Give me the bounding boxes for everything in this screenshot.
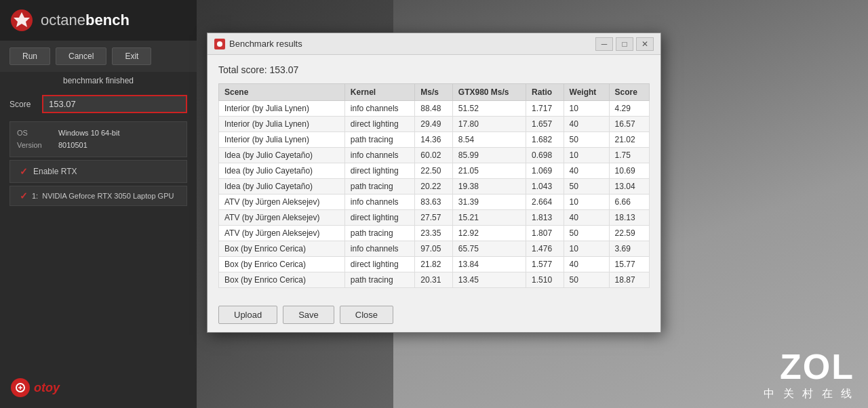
cell-r11-c4: 1.510: [526, 272, 564, 288]
logo-bench: bench: [85, 12, 130, 28]
cell-r7-c3: 15.21: [452, 210, 526, 226]
zol-watermark: ZOL 中 关 村 在 线: [764, 346, 854, 401]
cell-r2-c4: 1.682: [526, 132, 564, 148]
cell-r10-c1: direct lighting: [344, 257, 415, 272]
cell-r1-c1: direct lighting: [344, 117, 415, 132]
col-gtx980: GTX980 Ms/s: [452, 84, 526, 101]
cell-r6-c4: 2.664: [526, 195, 564, 210]
cell-r2-c5: 50: [564, 132, 609, 148]
cell-r4-c3: 21.05: [452, 163, 526, 179]
cell-r7-c1: direct lighting: [344, 210, 415, 226]
gpu-index: 1:: [32, 192, 38, 200]
run-button[interactable]: Run: [9, 47, 50, 65]
cell-r1-c5: 40: [564, 117, 609, 132]
maximize-button[interactable]: □: [616, 37, 633, 51]
table-row: Interior (by Julia Lynen)info channels88…: [219, 101, 650, 117]
cell-r8-c4: 1.807: [526, 226, 564, 241]
otoy-icon: [11, 378, 30, 397]
enable-rtx-row[interactable]: ✓ Enable RTX: [9, 160, 187, 183]
col-scene: Scene: [219, 84, 345, 101]
table-row: ATV (by Jürgen Aleksejev)direct lighting…: [219, 210, 650, 226]
dialog-body: Total score: 153.07 Scene Kernel Ms/s GT…: [208, 55, 660, 298]
cell-r3-c5: 10: [564, 148, 609, 163]
gpu-name: NVIDIA Geforce RTX 3050 Laptop GPU: [42, 192, 174, 200]
octanebench-logo-icon: [9, 8, 34, 33]
score-value: 153.07: [42, 95, 187, 113]
cell-r1-c0: Interior (by Julia Lynen): [219, 117, 345, 132]
col-score: Score: [609, 84, 649, 101]
exit-button[interactable]: Exit: [112, 47, 151, 65]
cell-r6-c0: ATV (by Jürgen Aleksejev): [219, 195, 345, 210]
upload-button[interactable]: Upload: [218, 306, 277, 324]
cell-r1-c4: 1.657: [526, 117, 564, 132]
table-row: Interior (by Julia Lynen)path tracing14.…: [219, 132, 650, 148]
cell-r1-c3: 17.80: [452, 117, 526, 132]
table-row: ATV (by Jürgen Aleksejev)info channels83…: [219, 195, 650, 210]
table-row: Interior (by Julia Lynen)direct lighting…: [219, 117, 650, 132]
dialog-footer: Upload Save Close: [208, 298, 660, 332]
cancel-button[interactable]: Cancel: [56, 47, 106, 65]
gpu-row: ✓ 1: NVIDIA Geforce RTX 3050 Laptop GPU: [9, 186, 187, 206]
cell-r10-c6: 15.77: [609, 257, 649, 272]
cell-r1-c2: 29.49: [415, 117, 452, 132]
cell-r7-c2: 27.57: [415, 210, 452, 226]
left-panel: octanebench Run Cancel Exit benchmark fi…: [0, 0, 197, 408]
cell-r9-c1: info channels: [344, 241, 415, 257]
col-weight: Weight: [564, 84, 609, 101]
cell-r2-c3: 8.54: [452, 132, 526, 148]
cell-r8-c1: path tracing: [344, 226, 415, 241]
close-window-button[interactable]: ✕: [636, 37, 654, 51]
cell-r0-c5: 10: [564, 101, 609, 117]
otoy-logo: otoy: [11, 378, 60, 397]
window-controls: ─ □ ✕: [595, 37, 654, 51]
results-table: Scene Kernel Ms/s GTX980 Ms/s Ratio Weig…: [218, 83, 650, 288]
cell-r3-c4: 0.698: [526, 148, 564, 163]
cell-r7-c6: 18.13: [609, 210, 649, 226]
cell-r2-c0: Interior (by Julia Lynen): [219, 132, 345, 148]
dialog-title-text: Benchmark results: [229, 39, 302, 49]
cell-r3-c1: info channels: [344, 148, 415, 163]
cell-r5-c4: 1.043: [526, 179, 564, 195]
cell-r6-c5: 10: [564, 195, 609, 210]
cell-r9-c4: 1.476: [526, 241, 564, 257]
col-kernel: Kernel: [344, 84, 415, 101]
table-row: Box (by Enrico Cerica)path tracing20.311…: [219, 272, 650, 288]
table-header-row: Scene Kernel Ms/s GTX980 Ms/s Ratio Weig…: [219, 84, 650, 101]
version-value: 8010501: [58, 140, 87, 152]
system-info-box: OS Windows 10 64-bit Version 8010501: [9, 121, 187, 157]
cell-r3-c6: 1.75: [609, 148, 649, 163]
close-button[interactable]: Close: [340, 306, 393, 324]
cell-r11-c2: 20.31: [415, 272, 452, 288]
cell-r4-c2: 22.50: [415, 163, 452, 179]
cell-r7-c0: ATV (by Jürgen Aleksejev): [219, 210, 345, 226]
cell-r8-c0: ATV (by Jürgen Aleksejev): [219, 226, 345, 241]
cell-r6-c2: 83.63: [415, 195, 452, 210]
table-row: Box (by Enrico Cerica)info channels97.05…: [219, 241, 650, 257]
cell-r9-c5: 10: [564, 241, 609, 257]
zol-tagline: 中 关 村 在 线: [764, 387, 854, 401]
save-button[interactable]: Save: [283, 306, 334, 324]
cell-r6-c1: info channels: [344, 195, 415, 210]
cell-r10-c4: 1.577: [526, 257, 564, 272]
logo-octane: octane: [41, 12, 85, 28]
cell-r4-c6: 10.69: [609, 163, 649, 179]
enable-rtx-label: Enable RTX: [33, 167, 77, 176]
cell-r0-c1: info channels: [344, 101, 415, 117]
cell-r4-c5: 40: [564, 163, 609, 179]
status-bar: benchmark finished: [0, 72, 197, 89]
cell-r10-c2: 21.82: [415, 257, 452, 272]
score-row: Score 153.07: [0, 89, 197, 119]
cell-r4-c0: Idea (by Julio Cayetaño): [219, 163, 345, 179]
cell-r3-c2: 60.02: [415, 148, 452, 163]
cell-r6-c3: 31.39: [452, 195, 526, 210]
score-label: Score: [9, 100, 37, 109]
cell-r10-c0: Box (by Enrico Cerica): [219, 257, 345, 272]
cell-r2-c1: path tracing: [344, 132, 415, 148]
cell-r11-c6: 18.87: [609, 272, 649, 288]
cell-r11-c5: 50: [564, 272, 609, 288]
cell-r8-c3: 12.92: [452, 226, 526, 241]
minimize-button[interactable]: ─: [595, 37, 613, 51]
cell-r11-c3: 13.45: [452, 272, 526, 288]
dialog-icon: [214, 39, 225, 49]
os-label: OS: [17, 127, 54, 140]
